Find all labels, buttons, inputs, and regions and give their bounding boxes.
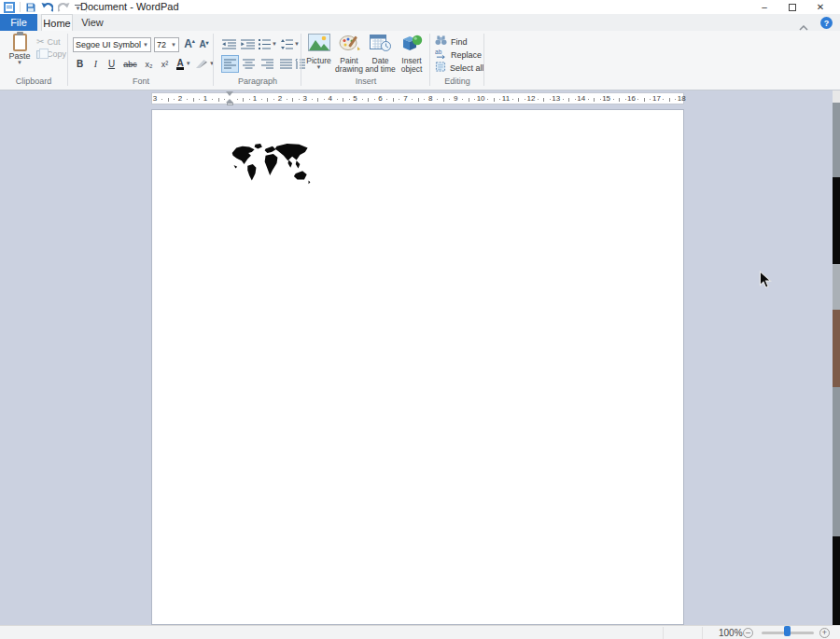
ruler-number: 13 bbox=[552, 94, 560, 104]
ruler-tick bbox=[494, 98, 495, 102]
mouse-cursor bbox=[759, 271, 772, 293]
first-line-indent-marker[interactable] bbox=[226, 91, 233, 96]
tab-view[interactable]: View bbox=[77, 14, 108, 31]
list-button[interactable]: ▼ bbox=[258, 36, 278, 52]
ruler-number: 14 bbox=[577, 94, 585, 104]
superscript-button[interactable]: x² bbox=[158, 56, 172, 72]
ruler-tick bbox=[199, 99, 200, 100]
document-area bbox=[0, 106, 840, 625]
zoom-in-button[interactable]: + bbox=[819, 628, 830, 638]
ruler-number: 17 bbox=[652, 94, 661, 104]
paint-drawing-label: Paint drawing bbox=[334, 57, 364, 74]
ruler-tick bbox=[273, 99, 274, 100]
ruler-tick bbox=[218, 98, 219, 102]
grow-font-button[interactable]: A▴ bbox=[183, 35, 196, 51]
increase-indent-button[interactable] bbox=[239, 36, 256, 52]
group-separator bbox=[301, 34, 301, 86]
zoom-slider-thumb[interactable] bbox=[784, 626, 791, 636]
find-button[interactable]: Find bbox=[435, 35, 468, 48]
bold-button[interactable]: B bbox=[73, 56, 87, 72]
ruler-tick bbox=[474, 99, 475, 100]
shrink-font-button[interactable]: A▾ bbox=[198, 36, 210, 52]
ruler-tick bbox=[386, 99, 387, 100]
ruler-tick bbox=[174, 99, 175, 100]
paint-palette-icon bbox=[339, 34, 360, 55]
align-center-button[interactable] bbox=[240, 55, 258, 73]
redo-icon[interactable] bbox=[58, 1, 70, 13]
ruler-tick bbox=[292, 98, 293, 102]
picture-button[interactable]: Picture ▼ bbox=[304, 34, 333, 82]
select-all-button[interactable]: Select all bbox=[435, 62, 484, 74]
ruler-number: 6 bbox=[378, 94, 382, 104]
decrease-indent-button[interactable] bbox=[220, 36, 237, 52]
ruler-strip: 321123456789101112131415161718 bbox=[0, 90, 840, 106]
ruler-tick bbox=[393, 98, 394, 102]
paragraph-group-label: Paragraph bbox=[215, 76, 301, 86]
save-icon[interactable] bbox=[25, 1, 36, 13]
tab-home[interactable]: Home bbox=[41, 14, 73, 31]
chevron-down-icon: ▼ bbox=[316, 65, 322, 70]
ruler-number: 11 bbox=[502, 94, 510, 104]
ruler-tick bbox=[568, 98, 569, 102]
tab-file[interactable]: File bbox=[0, 14, 37, 31]
ruler-tick bbox=[261, 99, 262, 100]
highlighter-icon bbox=[196, 60, 207, 68]
line-spacing-button[interactable]: ▼ bbox=[280, 36, 301, 52]
cut-button[interactable]: ✂ Cut bbox=[36, 36, 60, 47]
world-map-glyph bbox=[229, 142, 315, 187]
ribbon: Paste ▼ ✂ Cut Copy Clipboard Segoe UI Sy… bbox=[0, 31, 840, 90]
ruler-tick bbox=[362, 99, 363, 100]
close-button[interactable]: ✕ bbox=[806, 0, 834, 14]
ruler-tick bbox=[343, 98, 343, 102]
ruler-tick bbox=[349, 99, 350, 100]
font-size-combobox[interactable]: 72 ▼ bbox=[154, 37, 179, 52]
ruler-tick bbox=[161, 99, 162, 100]
ruler-number: 16 bbox=[627, 94, 636, 104]
ruler-tick bbox=[187, 99, 188, 100]
chevron-down-icon: ▼ bbox=[171, 43, 176, 48]
justify-button[interactable] bbox=[277, 55, 295, 73]
left-indent-marker[interactable] bbox=[227, 103, 233, 105]
font-family-value: Segoe UI Symbol bbox=[76, 40, 141, 49]
picture-icon bbox=[308, 34, 330, 55]
insert-group-label: Insert bbox=[302, 76, 429, 86]
binoculars-icon bbox=[435, 35, 447, 48]
strikethrough-button[interactable]: abc bbox=[120, 56, 140, 72]
wordpad-app-icon[interactable] bbox=[4, 1, 15, 13]
select-all-icon bbox=[435, 62, 446, 74]
document-page[interactable] bbox=[151, 109, 684, 625]
replace-label: Replace bbox=[451, 50, 482, 60]
ruler-tick bbox=[267, 98, 268, 102]
ruler-tick bbox=[644, 98, 645, 102]
ruler-tick bbox=[399, 99, 399, 100]
ruler-tick bbox=[418, 98, 419, 102]
underline-button[interactable]: U bbox=[105, 56, 119, 72]
copy-button[interactable]: Copy bbox=[36, 49, 66, 59]
ruler-tick bbox=[525, 99, 525, 100]
font-family-combobox[interactable]: Segoe UI Symbol ▼ bbox=[73, 37, 151, 52]
ruler-tick bbox=[443, 98, 444, 102]
statusbar-separator bbox=[663, 627, 664, 639]
replace-icon: ab bbox=[435, 49, 447, 61]
ruler-tick bbox=[317, 98, 318, 102]
align-left-button[interactable] bbox=[221, 55, 239, 73]
paste-button[interactable]: Paste ▼ bbox=[6, 33, 34, 76]
ruler-tick bbox=[588, 99, 589, 100]
ruler-number: 10 bbox=[477, 94, 485, 104]
text-color-button[interactable]: A ▼ bbox=[174, 56, 194, 72]
minimize-button[interactable]: – bbox=[750, 0, 778, 14]
replace-button[interactable]: ab Replace bbox=[435, 49, 482, 61]
insert-object-button[interactable]: Insert object bbox=[397, 34, 427, 82]
italic-button[interactable]: I bbox=[89, 56, 103, 72]
screen-edge-artifact bbox=[833, 90, 840, 639]
date-and-time-button[interactable]: Date and time bbox=[365, 34, 396, 82]
paint-drawing-button[interactable]: Paint drawing bbox=[334, 34, 364, 82]
undo-icon[interactable] bbox=[41, 1, 53, 13]
help-icon[interactable]: ? bbox=[820, 17, 833, 29]
wordpad-window: ▼ Document - WordPad – ✕ File Home View … bbox=[0, 0, 840, 639]
subscript-button[interactable]: x₂ bbox=[142, 56, 156, 72]
font-size-value: 72 bbox=[157, 40, 166, 49]
align-right-button[interactable] bbox=[259, 55, 276, 73]
maximize-button[interactable] bbox=[778, 0, 806, 14]
zoom-out-button[interactable]: – bbox=[743, 628, 753, 638]
